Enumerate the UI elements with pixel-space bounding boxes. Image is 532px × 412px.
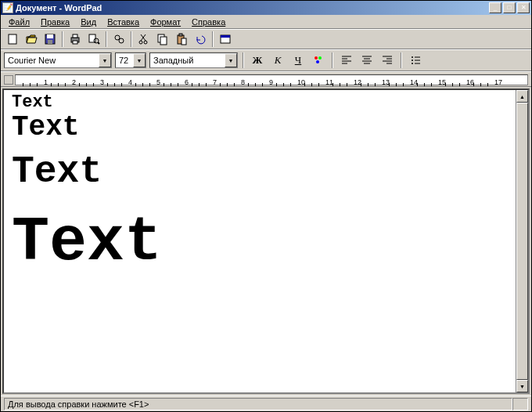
new-button[interactable] [4, 31, 21, 48]
svg-point-43 [412, 63, 413, 64]
scroll-up-button[interactable]: ▲ [516, 90, 528, 103]
color-button[interactable] [310, 52, 327, 69]
vertical-scrollbar[interactable]: ▲ ▼ [516, 90, 528, 392]
scroll-thumb[interactable] [516, 103, 528, 380]
align-left-button[interactable] [338, 52, 355, 69]
datetime-button[interactable] [217, 31, 234, 48]
statusbar: Для вывода справки нажмите <F1> [1, 396, 531, 411]
ruler[interactable]: 1234567891011121314151617 [1, 71, 531, 87]
window-title: Документ - WordPad [16, 3, 489, 13]
svg-line-13 [141, 34, 146, 41]
tab-selector[interactable] [4, 75, 13, 85]
separator [212, 31, 214, 47]
underline-button[interactable]: Ч [289, 52, 307, 69]
svg-rect-3 [48, 40, 52, 44]
italic-button[interactable]: К [269, 52, 286, 69]
ruler-mark: 5 [156, 78, 160, 86]
find-button[interactable] [110, 31, 128, 48]
svg-rect-20 [179, 34, 182, 36]
ruler-mark: 2 [72, 78, 76, 86]
titlebar: Документ - WordPad _ □ ✕ [1, 1, 531, 15]
menu-edit[interactable]: Правка [36, 16, 74, 27]
bold-button[interactable]: Ж [249, 52, 266, 69]
text-line-4[interactable]: Text [12, 208, 508, 277]
svg-rect-17 [158, 34, 164, 42]
svg-rect-5 [73, 34, 77, 38]
separator [62, 31, 63, 47]
app-icon [2, 2, 13, 13]
menu-help[interactable]: Справка [187, 16, 230, 27]
font-input[interactable] [5, 53, 99, 67]
svg-rect-22 [221, 35, 230, 43]
svg-rect-18 [160, 37, 167, 45]
copy-button[interactable] [154, 31, 171, 48]
save-button[interactable] [41, 31, 59, 48]
menu-format[interactable]: Формат [146, 16, 185, 27]
svg-rect-0 [9, 34, 16, 44]
svg-rect-23 [221, 35, 230, 38]
svg-point-11 [119, 38, 124, 43]
svg-line-9 [98, 42, 99, 44]
svg-rect-19 [178, 35, 184, 44]
ruler-mark: 6 [185, 78, 189, 86]
svg-rect-21 [182, 38, 186, 45]
document-area[interactable]: Text Text Text Text [4, 90, 516, 392]
size-dropdown-button[interactable] [133, 53, 146, 67]
menubar: Файл Правка Вид Вставка Формат Справка [1, 15, 531, 29]
svg-rect-7 [89, 34, 95, 42]
undo-button[interactable] [192, 31, 209, 48]
script-input[interactable] [150, 53, 225, 67]
svg-point-8 [94, 38, 99, 43]
print-preview-button[interactable] [85, 31, 102, 48]
svg-point-15 [139, 41, 142, 44]
text-line-2[interactable]: Text [12, 112, 508, 143]
font-dropdown-button[interactable] [99, 53, 111, 67]
size-combo[interactable] [115, 52, 146, 68]
scroll-track[interactable] [516, 103, 528, 380]
bullets-button[interactable] [407, 52, 424, 69]
align-center-button[interactable] [358, 52, 376, 69]
print-button[interactable] [66, 31, 84, 48]
font-combo[interactable] [4, 52, 112, 68]
ruler-track[interactable]: 1234567891011121314151617 [15, 74, 528, 85]
paste-button[interactable] [173, 31, 190, 48]
svg-point-16 [144, 41, 147, 44]
cut-button[interactable] [135, 31, 153, 48]
align-right-button[interactable] [379, 52, 396, 69]
ruler-mark: 3 [100, 78, 104, 86]
minimize-button[interactable]: _ [489, 2, 501, 13]
svg-point-24 [315, 56, 318, 60]
menu-file[interactable]: Файл [4, 16, 34, 27]
svg-point-26 [316, 60, 319, 63]
open-button[interactable] [23, 31, 40, 48]
maximize-button[interactable]: □ [503, 2, 516, 13]
ruler-mark: 4 [128, 78, 132, 86]
size-input[interactable] [116, 53, 133, 67]
ruler-mark: 1 [44, 78, 48, 86]
text-line-1[interactable]: Text [12, 93, 508, 112]
script-dropdown-button[interactable] [225, 53, 237, 67]
svg-point-10 [115, 35, 120, 40]
status-text: Для вывода справки нажмите <F1> [4, 398, 512, 410]
script-combo[interactable] [149, 52, 238, 68]
svg-rect-4 [71, 38, 79, 42]
svg-rect-6 [73, 41, 77, 44]
svg-rect-1 [45, 34, 55, 44]
scroll-down-button[interactable]: ▼ [516, 380, 528, 392]
menu-insert[interactable]: Вставка [102, 16, 144, 27]
menu-view[interactable]: Вид [76, 16, 101, 27]
text-line-3[interactable]: Text [12, 151, 508, 193]
ruler-mark: 17 [494, 78, 502, 86]
close-button[interactable]: ✕ [517, 2, 530, 13]
ruler-mark: 7 [213, 78, 217, 86]
wordpad-window: Документ - WordPad _ □ ✕ Файл Правка Вид… [0, 0, 532, 412]
standard-toolbar [1, 29, 531, 49]
svg-line-14 [141, 34, 146, 41]
svg-point-25 [318, 56, 322, 60]
status-pane [512, 398, 528, 410]
separator [401, 52, 402, 68]
svg-point-41 [412, 60, 413, 61]
workspace: Text Text Text Text ▲ ▼ [2, 89, 530, 394]
separator [243, 52, 244, 68]
svg-line-12 [119, 39, 120, 40]
